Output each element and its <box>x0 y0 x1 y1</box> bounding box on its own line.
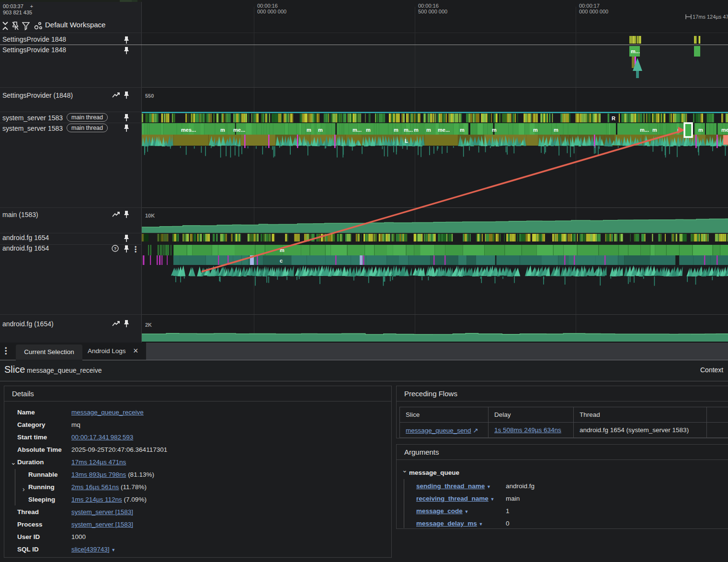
svg-text:m: m <box>533 127 538 133</box>
svg-text:me...: me... <box>233 127 245 133</box>
svg-text:m: m <box>414 127 419 133</box>
svg-text:m: m <box>426 127 431 133</box>
svg-text:m: m <box>394 127 398 133</box>
svg-text:m...: m... <box>404 127 413 133</box>
svg-text:550: 550 <box>145 93 154 99</box>
svg-text:2K: 2K <box>145 322 152 328</box>
svg-text:m: m <box>460 127 465 133</box>
svg-text:L: L <box>405 138 408 144</box>
svg-text:m: m <box>366 127 371 133</box>
svg-text:10K: 10K <box>145 213 155 218</box>
svg-text:m: m <box>318 127 323 133</box>
svg-text:m: m <box>220 127 225 133</box>
svg-text:m...: m... <box>640 127 649 133</box>
svg-text:me: me <box>721 127 728 133</box>
svg-text:m: m <box>652 127 657 133</box>
svg-text:m...: m... <box>631 48 640 54</box>
svg-text:?: ? <box>114 246 117 251</box>
svg-text:m...: m... <box>353 127 362 133</box>
svg-text:me...: me... <box>438 127 450 133</box>
svg-text:m: m <box>492 127 497 133</box>
svg-text:m: m <box>307 127 311 133</box>
svg-text:R: R <box>612 115 615 121</box>
svg-text:m: m <box>698 127 703 133</box>
svg-text:m: m <box>554 127 558 133</box>
svg-text:mes...: mes... <box>181 127 196 133</box>
svg-text:c: c <box>280 258 283 264</box>
